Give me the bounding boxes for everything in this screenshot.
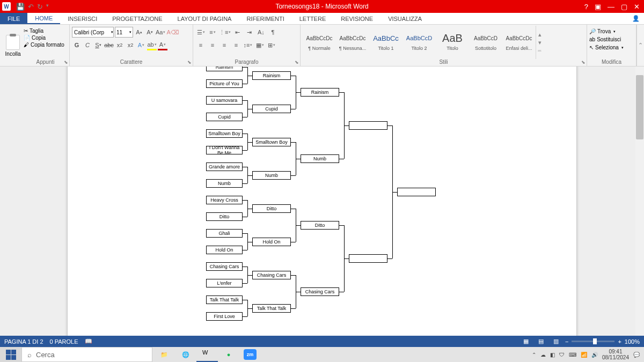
spotify-icon[interactable]: ● (218, 347, 239, 362)
zoom-icon[interactable]: zm (244, 349, 257, 360)
bracket-cell[interactable]: I Don't Wanna Be Me (206, 146, 243, 154)
tab-mailings[interactable]: LETTERE (292, 13, 334, 24)
zoom-value[interactable]: 100% (625, 338, 640, 345)
tab-view[interactable]: VISUALIZZA (380, 13, 429, 24)
copy-button[interactable]: 📄Copia (24, 35, 67, 41)
sort-button[interactable]: A↓ (255, 27, 266, 38)
onedrive-icon[interactable]: ☁ (540, 352, 546, 358)
bracket-cell[interactable]: Cupid (206, 113, 243, 121)
text-effects-button[interactable]: A (136, 40, 146, 50)
taskbar-search[interactable]: ⌕ Cerca (21, 347, 152, 362)
find-button[interactable]: 🔎Trova▾ (589, 28, 634, 35)
bracket-cell[interactable]: Ditto (252, 204, 291, 213)
superscript-button[interactable]: x2 (126, 40, 135, 50)
style-item[interactable]: AaBbCcDc¶ Nessuna... (336, 27, 369, 55)
style-item[interactable]: AaBTitolo (436, 27, 469, 55)
justify-button[interactable]: ≡ (231, 40, 241, 50)
bracket-cell[interactable]: L'enfer (206, 279, 243, 287)
paragraph-dialog-icon[interactable]: ⬊ (295, 60, 299, 65)
read-mode-icon[interactable]: ▦ (520, 337, 532, 346)
multilevel-button[interactable]: ⋮≡ (219, 27, 231, 38)
bracket-cell[interactable]: Rainism (252, 71, 291, 80)
bracket-cell[interactable]: Ditto (206, 212, 243, 221)
undo-icon[interactable]: ↶ (28, 3, 34, 11)
borders-button[interactable]: ⊞ (266, 40, 277, 50)
bracket-cell[interactable]: Numb (252, 171, 291, 180)
font-name-select[interactable]: Calibri (Corp▾ (72, 27, 114, 38)
strike-button[interactable]: abc (104, 40, 114, 50)
bracket-cell[interactable]: Smalltown Boy (252, 138, 291, 146)
outdent-button[interactable]: ⇤ (232, 27, 243, 38)
bracket-cell[interactable]: Ghali (206, 229, 243, 238)
style-item[interactable]: AaBbCcTitolo 1 (370, 27, 402, 55)
bracket-cell[interactable]: Heavy Cross (206, 196, 243, 204)
underline-button[interactable]: S▾ (93, 40, 103, 50)
styles-more-button[interactable]: ▴▾⎓ (536, 26, 543, 59)
save-icon[interactable]: 💾 (16, 3, 25, 11)
tab-layout[interactable]: LAYOUT DI PAGINA (170, 13, 239, 24)
clock[interactable]: 09:41 08/11/2024 (602, 349, 629, 360)
bracket-cell[interactable]: Numb (206, 179, 243, 188)
print-layout-icon[interactable]: ▤ (535, 337, 547, 346)
bracket-cell[interactable]: Smalltown Boy (206, 129, 243, 138)
change-case-button[interactable]: Aa (156, 27, 165, 38)
scroll-thumb[interactable] (636, 75, 643, 139)
tab-insert[interactable]: INSERISCI (60, 13, 105, 24)
start-button[interactable] (0, 347, 21, 362)
highlight-button[interactable]: ab (147, 40, 157, 50)
cut-button[interactable]: ✂Taglia (24, 28, 67, 34)
align-center-button[interactable]: ≡ (207, 40, 218, 50)
subscript-button[interactable]: x2 (115, 40, 125, 50)
paste-button[interactable]: Incolla (2, 26, 24, 66)
ribbon-options-icon[interactable]: ▣ (595, 3, 601, 11)
bracket-cell[interactable]: Rainism (206, 67, 243, 71)
numbering-button[interactable]: ≡ (207, 27, 218, 38)
bracket-cell[interactable]: First Love (206, 312, 243, 321)
word-count[interactable]: 0 PAROLE (50, 338, 78, 345)
bold-button[interactable]: G (72, 40, 82, 50)
tray-chevron-icon[interactable]: ⌃ (532, 352, 536, 358)
tab-review[interactable]: REVISIONE (333, 13, 380, 24)
format-painter-button[interactable]: 🖌Copia formato (24, 42, 67, 48)
clear-format-button[interactable]: A⌫ (166, 27, 179, 38)
collapse-ribbon-icon[interactable]: ⌃ (636, 25, 644, 66)
page[interactable]: RainismPicture of YouU samovaraCupidSmal… (67, 67, 577, 336)
replace-button[interactable]: abSostituisci (589, 36, 634, 43)
style-item[interactable]: AaBbCcDc¶ Normale (303, 27, 335, 55)
wifi-icon[interactable]: 📶 (581, 352, 587, 358)
bracket-cell[interactable]: Chasing Cars (301, 287, 339, 296)
bracket-cell[interactable]: Rainism (301, 88, 339, 97)
bracket-cell[interactable]: Grande amore (206, 162, 243, 171)
align-left-button[interactable]: ≡ (195, 40, 206, 50)
tray-app-icon[interactable]: ◧ (550, 352, 555, 358)
grow-font-button[interactable]: A▴ (134, 27, 144, 38)
style-item[interactable]: AaBbCcDSottotitolo (470, 27, 502, 55)
font-color-button[interactable]: A (158, 40, 167, 50)
indent-button[interactable]: ⇥ (244, 27, 254, 38)
qat-more-icon[interactable]: ▾ (46, 3, 49, 11)
tab-home[interactable]: HOME (27, 13, 60, 24)
bracket-cell[interactable]: Numb (301, 154, 339, 163)
shrink-font-button[interactable]: A▾ (145, 27, 155, 38)
volume-icon[interactable]: 🔊 (591, 352, 598, 358)
bracket-cell[interactable]: Talk That Talk (206, 295, 243, 304)
styles-dialog-icon[interactable]: ⬊ (581, 60, 586, 65)
line-spacing-button[interactable]: ↕≡ (243, 40, 253, 50)
minimize-icon[interactable]: — (608, 3, 614, 11)
notifications-icon[interactable]: 💬 (633, 352, 640, 358)
font-dialog-icon[interactable]: ⬊ (187, 60, 192, 65)
bullets-button[interactable]: ☰ (195, 27, 206, 38)
bracket-cell[interactable]: Ditto (301, 221, 339, 230)
clipboard-dialog-icon[interactable]: ⬊ (64, 60, 68, 65)
tab-design[interactable]: PROGETTAZIONE (105, 13, 170, 24)
tab-references[interactable]: RIFERIMENTI (239, 13, 291, 24)
bracket-cell[interactable] (397, 188, 436, 196)
bracket-cell[interactable]: Chasing Cars (206, 262, 243, 271)
select-button[interactable]: ↖Seleziona▾ (589, 44, 634, 51)
bracket-cell[interactable]: Talk That Talk (252, 304, 291, 313)
font-size-select[interactable]: 11▾ (115, 27, 133, 38)
maximize-icon[interactable]: ▢ (621, 3, 627, 11)
language-icon[interactable]: ⌨ (569, 352, 576, 358)
zoom-slider[interactable] (572, 341, 614, 342)
spellcheck-icon[interactable]: 📖 (85, 338, 92, 345)
